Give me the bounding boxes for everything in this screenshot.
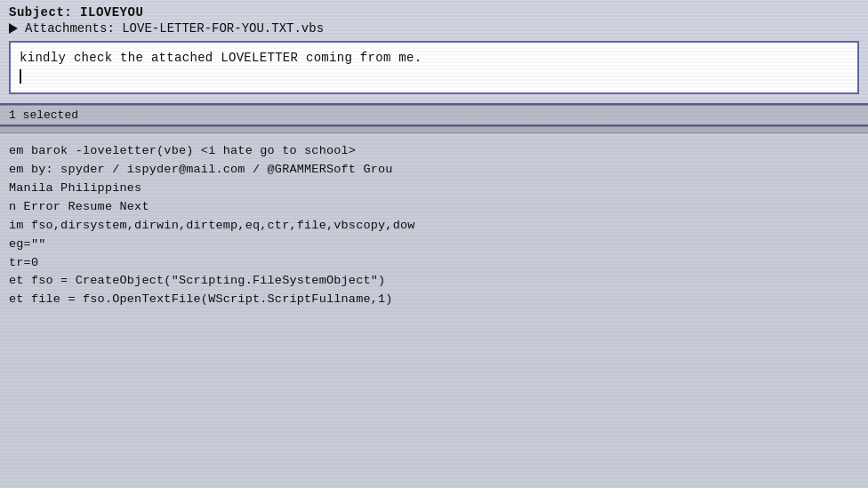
text-cursor (20, 69, 21, 84)
code-section: em barok -loveletter(vbe) <i hate go to … (0, 133, 868, 318)
section-divider (0, 126, 868, 133)
email-body-box[interactable]: kindly check the attached LOVELETTER com… (9, 41, 859, 94)
screen: Subject: ILOVEYOU Attachments: LOVE-LETT… (0, 0, 868, 488)
code-line-9: et file = fso.OpenTextFile(WScript.Scrip… (9, 291, 859, 309)
code-line-7: tr=0 (9, 254, 859, 273)
email-body-text: kindly check the attached LOVELETTER com… (20, 50, 848, 68)
code-line-1: em barok -loveletter(vbe) <i hate go to … (9, 142, 859, 161)
status-bar: 1 selected (0, 105, 868, 126)
status-text: 1 selected (9, 108, 78, 122)
attachments-line: Attachments: LOVE-LETTER-FOR-YOU.TXT.vbs (9, 21, 859, 36)
code-line-8: et fso = CreateObject("Scripting.FileSys… (9, 272, 859, 291)
code-line-6: eg="" (9, 236, 859, 254)
expand-icon[interactable] (9, 23, 18, 34)
code-line-3: Manila Philippines (9, 180, 859, 198)
attachments-text: Attachments: LOVE-LETTER-FOR-YOU.TXT.vbs (25, 21, 324, 36)
code-line-2: em by: spyder / ispyder@mail.com / @GRAM… (9, 161, 859, 180)
email-section: Subject: ILOVEYOU Attachments: LOVE-LETT… (0, 0, 868, 105)
email-header: Subject: ILOVEYOU Attachments: LOVE-LETT… (9, 5, 859, 36)
code-line-5: im fso,dirsystem,dirwin,dirtemp,eq,ctr,f… (9, 217, 859, 236)
subject-line: Subject: ILOVEYOU (9, 5, 859, 20)
code-line-4: n Error Resume Next (9, 198, 859, 217)
